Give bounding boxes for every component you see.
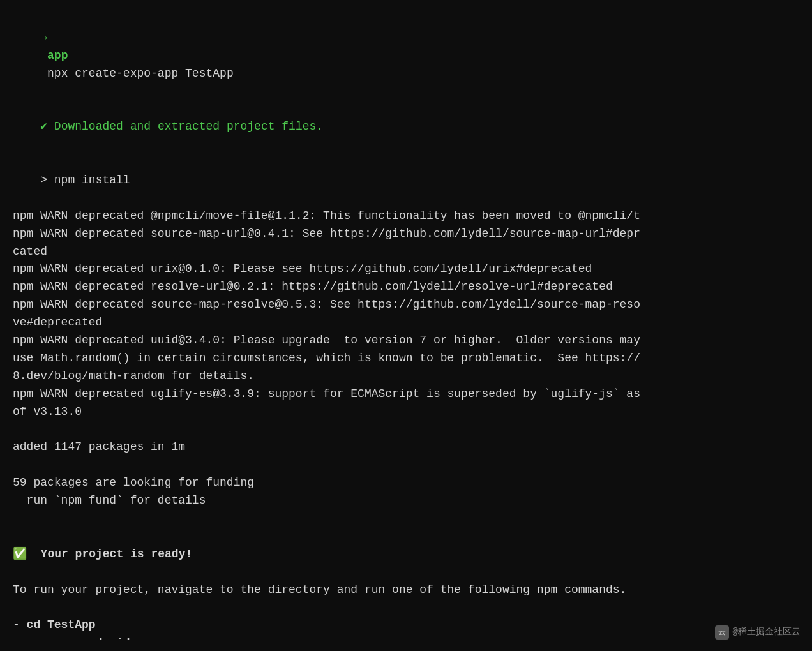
command-header-line: → app npx create-expo-app TestApp <box>13 11 799 100</box>
watermark-icon: 云 <box>715 625 729 640</box>
navigate-instruction: To run your project, navigate to the dir… <box>13 581 799 599</box>
arrow-icon: → <box>40 31 47 44</box>
success-line: ✔ Downloaded and extracted project files… <box>13 100 799 154</box>
warn-line-7: npm WARN deprecated uglify-es@3.3.9: sup… <box>13 385 799 403</box>
funding-run-line: run `npm fund` for details <box>13 492 799 510</box>
blank-line-6 <box>13 599 799 617</box>
warn-line-6: npm WARN deprecated uuid@3.4.0: Please u… <box>13 332 799 350</box>
ready-line: ✅ Your project is ready! <box>13 546 799 564</box>
funding-line: 59 packages are looking for funding <box>13 474 799 492</box>
cmd-android: npm run android <box>27 636 130 640</box>
prompt-text: > npm install <box>40 174 130 186</box>
blank-line-5 <box>13 564 799 581</box>
warn-line-3: npm WARN deprecated urix@0.1.0: Please s… <box>13 260 799 278</box>
warn-line-4: npm WARN deprecated resolve-url@0.2.1: h… <box>13 278 799 296</box>
cmd-item-android: - npm run android <box>13 634 799 640</box>
blank-line-4 <box>13 528 799 546</box>
warn-cont-1: cated <box>13 243 799 261</box>
warn-line-2: npm WARN deprecated source-map-url@0.4.1… <box>13 225 799 243</box>
warn-cont-4: 8.dev/blog/math-random for details. <box>13 368 799 385</box>
blank-line-3 <box>13 510 799 528</box>
terminal-window: → app npx create-expo-app TestApp ✔ Down… <box>13 11 799 640</box>
cmd-item-cd: - cd TestApp <box>13 617 799 634</box>
warn-cont-5: of v3.13.0 <box>13 403 799 421</box>
warn-line-5: npm WARN deprecated source-map-resolve@0… <box>13 296 799 314</box>
app-label: app <box>40 49 68 62</box>
blank-line-2 <box>13 456 799 474</box>
watermark: 云 @稀土掘金社区云 <box>715 625 801 640</box>
command-text: npx create-expo-app TestApp <box>40 67 233 80</box>
warn-cont-3: use Math.random() in certain circumstanc… <box>13 350 799 368</box>
cmd-cd: cd TestApp <box>27 618 96 631</box>
added-packages-line: added 1147 packages in 1m <box>13 438 799 456</box>
warn-line-1: npm WARN deprecated @npmcli/move-file@1.… <box>13 207 799 225</box>
warn-cont-2: ve#deprecated <box>13 314 799 332</box>
npm-install-prompt: > npm install <box>13 154 799 207</box>
checkmark-icon: ✔ Downloaded and extracted project files… <box>40 120 323 133</box>
watermark-text: @稀土掘金社区云 <box>733 625 801 640</box>
blank-line-1 <box>13 421 799 438</box>
